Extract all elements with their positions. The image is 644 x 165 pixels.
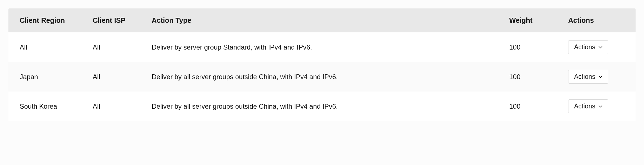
- routing-table: Client Region Client ISP Action Type Wei…: [8, 8, 636, 121]
- cell-client-isp: All: [93, 73, 152, 81]
- cell-actions: Actions: [568, 70, 624, 84]
- chevron-down-icon: [599, 45, 602, 49]
- actions-button-label: Actions: [574, 73, 595, 81]
- table-row: All All Deliver by server group Standard…: [8, 32, 636, 62]
- header-client-isp: Client ISP: [93, 16, 152, 24]
- header-weight: Weight: [509, 16, 568, 24]
- cell-client-region: All: [20, 43, 93, 51]
- cell-client-isp: All: [93, 43, 152, 51]
- cell-client-region: South Korea: [20, 102, 93, 110]
- table-row: Japan All Deliver by all server groups o…: [8, 62, 636, 92]
- actions-button-label: Actions: [574, 43, 595, 51]
- header-action-type: Action Type: [152, 16, 509, 24]
- cell-weight: 100: [509, 102, 568, 110]
- header-client-region: Client Region: [20, 16, 93, 24]
- cell-action-type: Deliver by all server groups outside Chi…: [152, 73, 509, 81]
- cell-action-type: Deliver by all server groups outside Chi…: [152, 102, 509, 110]
- chevron-down-icon: [599, 75, 602, 79]
- cell-client-region: Japan: [20, 73, 93, 81]
- cell-actions: Actions: [568, 99, 624, 113]
- header-actions: Actions: [568, 16, 624, 24]
- cell-actions: Actions: [568, 40, 624, 54]
- cell-weight: 100: [509, 73, 568, 81]
- table-row: South Korea All Deliver by all server gr…: [8, 92, 636, 121]
- actions-dropdown-button[interactable]: Actions: [568, 70, 608, 84]
- actions-dropdown-button[interactable]: Actions: [568, 99, 608, 113]
- actions-button-label: Actions: [574, 102, 595, 110]
- table-header-row: Client Region Client ISP Action Type Wei…: [8, 8, 636, 32]
- cell-action-type: Deliver by server group Standard, with I…: [152, 43, 509, 51]
- chevron-down-icon: [599, 104, 602, 108]
- actions-dropdown-button[interactable]: Actions: [568, 40, 608, 54]
- cell-client-isp: All: [93, 102, 152, 110]
- cell-weight: 100: [509, 43, 568, 51]
